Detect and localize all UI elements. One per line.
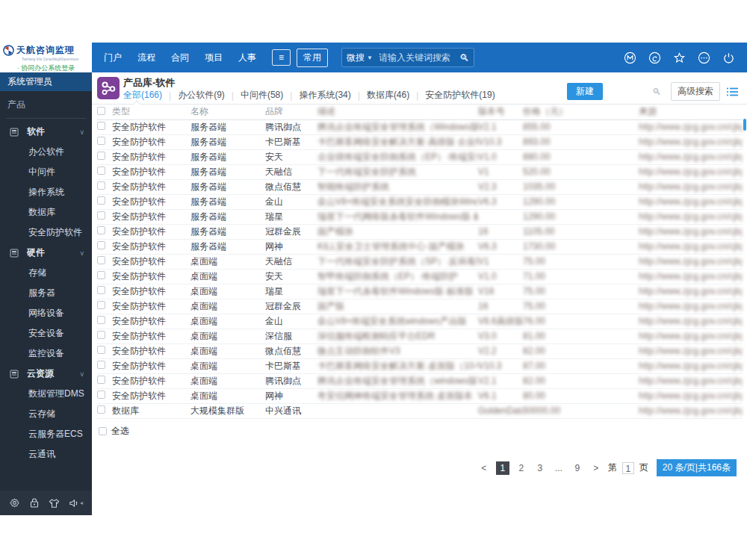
table-row[interactable]: 安全防护软件桌面端微点佰慧微点主动防御软件V3V2.282.00http://w… <box>97 343 742 358</box>
row-checkbox[interactable] <box>97 316 105 324</box>
column-header-2[interactable]: 名称 <box>190 105 265 119</box>
table-row[interactable]: 安全防护软件服务器端网神KILL安全卫士管理系统中心·国产模块V6.31730.… <box>97 239 742 254</box>
cell-source-link[interactable]: http://www.zjcg.gov.cn/cjlqj/ <box>639 358 742 373</box>
menu-toggle-button[interactable]: ≡ <box>272 49 291 66</box>
sidebar-item-数据库[interactable]: 数据库 <box>0 202 92 223</box>
power-icon[interactable] <box>722 52 735 64</box>
row-checkbox[interactable] <box>97 271 105 279</box>
footer-expand-arrow-icon[interactable]: ◂ <box>80 500 83 506</box>
cell-source-link[interactable]: http://www.zjcg.gov.cn/cjlqj/ <box>639 373 742 388</box>
row-checkbox[interactable] <box>97 122 105 130</box>
sidebar-item-监控设备[interactable]: 监控设备 <box>0 343 92 364</box>
cell-source-link[interactable]: http://www.zjcg.gov.cn/cjlqj/ <box>639 284 742 299</box>
cell-source-link[interactable]: http://www.zjcg.gov.cn/cjlqj/ <box>639 224 742 239</box>
row-checkbox[interactable] <box>97 391 105 399</box>
column-header-6[interactable]: 价格（元） <box>523 105 639 119</box>
search-scope-dropdown[interactable]: 微搜 ▼ <box>347 52 373 64</box>
table-row[interactable]: 安全防护软件服务器端瑞星瑞星下一代网络版杀毒软件Windows版·标准模块129… <box>97 209 742 224</box>
speaker-icon[interactable]: ◂ <box>69 498 83 508</box>
cell-source-link[interactable]: http://www.zjcg.gov.cn/cjlqj/ <box>639 388 742 403</box>
row-checkbox[interactable] <box>97 376 105 384</box>
nav-item-门户[interactable]: 门户 <box>104 52 122 64</box>
lock-icon[interactable] <box>29 497 40 508</box>
column-header-1[interactable]: 类型 <box>112 105 190 119</box>
table-search-input[interactable] <box>609 87 652 97</box>
theme-shirt-icon[interactable] <box>49 498 60 508</box>
cell-source-link[interactable]: http://www.zjcg.gov.cn/cjlqj/ <box>639 239 742 254</box>
table-row[interactable]: 安全防护软件服务器端微点佰慧智能终端防护系统V2.31035.00http://… <box>97 179 742 194</box>
cell-source-link[interactable]: http://www.zjcg.gov.cn/cjlqj/ <box>639 343 742 358</box>
table-row[interactable]: 安全防护软件服务器端冠群金辰国产模块161105.00http://www.zj… <box>97 224 742 239</box>
row-checkbox[interactable] <box>97 167 105 175</box>
table-row[interactable]: 安全防护软件服务器端天融信下一代终端安全防护系统V1520.00http://w… <box>97 164 742 179</box>
table-row[interactable]: 安全防护软件桌面端安天智甲终端防御系统（EP）·终端防护V1.071.00htt… <box>97 269 742 284</box>
page-button-3[interactable]: 3 <box>533 461 547 475</box>
page-button-1[interactable]: 1 <box>496 461 509 475</box>
row-checkbox[interactable] <box>97 211 105 220</box>
row-checkbox[interactable] <box>97 241 105 249</box>
row-checkbox[interactable] <box>97 226 105 234</box>
cell-source-link[interactable]: http://www.zjcg.gov.cn/cjlqj/ <box>639 269 742 284</box>
table-row[interactable]: 安全防护软件桌面端卡巴斯基卡巴斯基网络安全解决方案·桌面版（10-99节点·KS… <box>97 358 742 373</box>
cell-source-link[interactable]: http://www.zjcg.gov.cn/cjlqj/ <box>639 209 742 224</box>
favorite-star-icon[interactable] <box>673 52 686 64</box>
sidebar-item-操作系统[interactable]: 操作系统 <box>0 182 92 202</box>
row-checkbox[interactable] <box>97 331 105 339</box>
row-checkbox[interactable] <box>97 137 105 145</box>
sidebar-group-软件[interactable]: 软件∨ <box>0 122 92 142</box>
table-row[interactable]: 安全防护软件服务器端腾讯御点腾讯企业终端安全管理系统（Windows版）V2.1… <box>97 119 742 134</box>
table-row[interactable]: 安全防护软件桌面端深信服深信服终端检测响应平台EDRV3.081.00http:… <box>97 329 742 343</box>
row-checkbox[interactable] <box>97 196 105 205</box>
cell-source-link[interactable]: http://www.zjcg.gov.cn/cjlqj/ <box>639 119 742 134</box>
sidebar-item-网络设备[interactable]: 网络设备 <box>0 303 92 323</box>
cell-source-link[interactable]: http://www.zjcg.gov.cn/cjlqj/ <box>639 299 742 314</box>
table-row[interactable]: 安全防护软件服务器端金山金山V8+终端安全系统安全防御模块Windows系统版V… <box>97 194 742 209</box>
column-header-5[interactable]: 版本号 <box>478 105 523 119</box>
cell-source-link[interactable]: http://www.zjcg.gov.cn/cjlqj/ <box>639 254 742 269</box>
row-checkbox[interactable] <box>97 346 105 354</box>
vertical-scrollbar-thumb[interactable] <box>743 119 746 131</box>
tab-全部(166)[interactable]: 全部(166) <box>123 89 162 102</box>
cell-source-link[interactable]: http://www.zjcg.gov.cn/cjlqj/ <box>639 329 742 343</box>
sidebar-item-安全设备[interactable]: 安全设备 <box>0 323 92 343</box>
tab-数据库(46)[interactable]: 数据库(46) <box>367 89 409 102</box>
tab-安全防护软件(19)[interactable]: 安全防护软件(19) <box>425 89 495 102</box>
sidebar-item-中间件[interactable]: 中间件 <box>0 162 92 182</box>
select-all-checkbox[interactable] <box>99 427 107 435</box>
tab-办公软件(9)[interactable]: 办公软件(9) <box>178 89 225 102</box>
nav-item-common[interactable]: 常用 <box>297 49 328 67</box>
page-button-...[interactable]: ... <box>552 461 565 475</box>
tab-操作系统(34)[interactable]: 操作系统(34) <box>299 89 350 102</box>
row-checkbox[interactable] <box>97 361 105 369</box>
table-row[interactable]: 安全防护软件服务器端安天企业级终端安全防御系统（EP）·终端安全防护套件V1.0… <box>97 149 742 164</box>
row-checkbox[interactable] <box>97 286 105 294</box>
next-page-button[interactable]: > <box>589 461 603 475</box>
sidebar-item-云服务器ECS[interactable]: 云服务器ECS <box>0 424 92 444</box>
cell-source-link[interactable]: http://www.zjcg.gov.cn/cjlqj/ <box>639 314 742 329</box>
cell-source-link[interactable]: http://www.zjcg.gov.cn/cjlqj/ <box>639 179 742 194</box>
global-search-input[interactable] <box>379 52 459 63</box>
sidebar-item-服务器[interactable]: 服务器 <box>0 283 92 303</box>
table-row[interactable]: 安全防护软件桌面端天融信下一代终端安全防护系统（SP）·反病毒防护模块V175.… <box>97 254 742 269</box>
m-logo-icon[interactable] <box>624 52 636 64</box>
sidebar-group-云资源[interactable]: 云资源∨ <box>0 364 92 384</box>
table-row[interactable]: 安全防护软件桌面端金山金山V8+终端安全系统windows产品版V8.6高级版6… <box>97 314 742 329</box>
table-row[interactable]: 安全防护软件服务器端卡巴斯基卡巴斯基网络安全解决方案·高级版 企业终端安全防护（… <box>97 134 742 149</box>
nav-item-流程[interactable]: 流程 <box>137 52 155 64</box>
row-checkbox[interactable] <box>97 256 105 264</box>
column-header-7[interactable]: 来源 <box>639 105 742 119</box>
prev-page-button[interactable]: < <box>477 461 491 475</box>
more-icon[interactable] <box>698 52 710 64</box>
row-checkbox[interactable] <box>97 301 105 309</box>
sidebar-item-云通讯[interactable]: 云通讯 <box>0 444 92 464</box>
search-icon[interactable]: 🔍︎ <box>459 52 469 63</box>
nav-item-合同[interactable]: 合同 <box>171 52 189 64</box>
nav-item-项目[interactable]: 项目 <box>205 52 223 64</box>
sidebar-item-办公软件[interactable]: 办公软件 <box>0 142 92 162</box>
cell-source-link[interactable]: http://www.zjcg.gov.cn/cjlqj/ <box>639 164 742 179</box>
tab-中间件(58)[interactable]: 中间件(58) <box>241 89 283 102</box>
cell-source-link[interactable]: http://www.zjcg.gov.cn/cjlqj/ <box>639 134 742 149</box>
row-checkbox[interactable] <box>97 152 105 160</box>
sidebar-item-存储[interactable]: 存储 <box>0 263 92 283</box>
table-row[interactable]: 安全防护软件桌面端瑞星瑞星下一代杀毒软件Windows版·标准版V1675.00… <box>97 284 742 299</box>
